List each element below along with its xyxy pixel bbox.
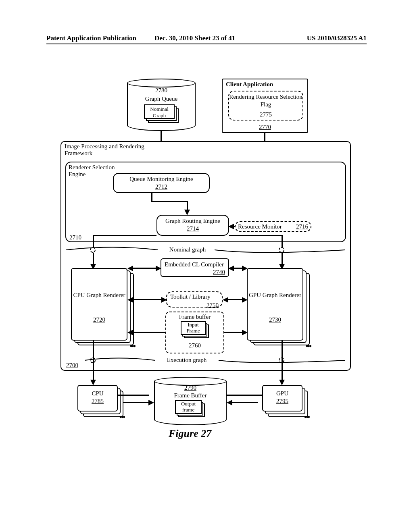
queue-monitoring-engine-ref: 2712 — [114, 183, 209, 191]
toolkit-library-ref: 2750 — [206, 301, 219, 309]
frame-buffer-output-title: Frame Buffer — [154, 392, 227, 399]
nominal-graph-label: Nominal graph — [161, 246, 214, 253]
gpu-graph-renderer-title: GPU Graph Renderer — [248, 269, 302, 299]
framework-title: Image Processing and Rendering Framework — [65, 143, 145, 157]
cpu-graph-renderer-title: CPU Graph Renderer — [72, 269, 127, 299]
toolkit-library: Toolkit / Library 2750 — [166, 291, 223, 308]
frame-buffer-input-item: Input Frame — [181, 321, 206, 335]
header-left: Patent Application Publication — [46, 34, 136, 42]
graph-routing-engine-title: Graph Routing Engine — [157, 216, 228, 225]
cpu-box: CPU 2785 — [77, 385, 118, 411]
embedded-cl-compiler: Embedded CL Compiler 2740 — [161, 258, 229, 277]
gpu-box: GPU 2795 — [262, 385, 302, 411]
renderer-selection-engine-ref: 2710 — [69, 234, 81, 241]
graph-routing-engine: Graph Routing Engine 2714 — [156, 215, 229, 236]
graph-queue-item: Nominal Graph — [144, 104, 175, 119]
client-application-box: Client Application Rendering Resource Se… — [222, 79, 308, 133]
gpu-ref: 2795 — [263, 397, 302, 405]
resource-monitor: Resource Monitor 2716 — [235, 221, 311, 232]
frame-buffer-output-ref: 2790 — [154, 384, 227, 392]
figure-diagram: 2780 Graph Queue Nominal Graph Client Ap… — [60, 79, 351, 441]
resource-monitor-title: Resource Monitor — [238, 223, 282, 230]
cpu-graph-renderer-ref: 2720 — [72, 316, 127, 324]
gpu-graph-renderer: GPU Graph Renderer 2730 — [247, 268, 303, 341]
embedded-cl-compiler-title: Embedded CL Compiler — [165, 261, 224, 268]
header-center: Dec. 30, 2010 Sheet 23 of 41 — [154, 34, 235, 42]
rendering-resource-flag-title: Rendering Resource Selection Flag — [229, 91, 302, 108]
graph-queue-ref: 2780 — [127, 87, 196, 94]
frame-buffer-input-title: Frame buffer — [166, 312, 223, 321]
frame-buffer-output-item: Output frame — [175, 400, 202, 414]
frame-buffer-output-cylinder: 2790 Frame Buffer Output frame — [154, 377, 227, 425]
queue-monitoring-engine: Queue Monitoring Engine 2712 — [113, 173, 210, 193]
client-application-ref: 2770 — [223, 124, 307, 131]
gpu-title: GPU — [263, 386, 302, 397]
frame-buffer-input-ref: 2760 — [166, 342, 223, 349]
cpu-graph-renderer: CPU Graph Renderer 2720 — [71, 268, 127, 341]
client-application-title: Client Application — [226, 81, 273, 88]
graph-queue-cylinder: 2780 Graph Queue Nominal Graph — [127, 79, 196, 131]
resource-monitor-ref: 2716 — [296, 223, 308, 231]
cpu-title: CPU — [78, 386, 117, 397]
graph-queue-title: Graph Queue — [127, 95, 196, 103]
figure-caption: Figure 27 — [169, 428, 211, 440]
cpu-ref: 2785 — [78, 397, 117, 405]
rendering-resource-flag-box: Rendering Resource Selection Flag 2775 — [228, 91, 303, 121]
graph-routing-engine-ref: 2714 — [157, 225, 228, 233]
frame-buffer-input: Frame buffer Input Frame 2760 — [165, 312, 224, 353]
queue-monitoring-engine-title: Queue Monitoring Engine — [114, 174, 209, 183]
execution-graph-label: Execution graph — [156, 357, 217, 364]
header-rule — [46, 44, 367, 44]
header-right: US 2010/0328325 A1 — [307, 34, 367, 42]
gpu-graph-renderer-ref: 2730 — [248, 316, 302, 324]
rendering-resource-flag-ref: 2775 — [229, 111, 302, 118]
embedded-cl-compiler-ref: 2740 — [213, 268, 225, 276]
toolkit-library-title: Toolkit / Library — [170, 293, 211, 300]
